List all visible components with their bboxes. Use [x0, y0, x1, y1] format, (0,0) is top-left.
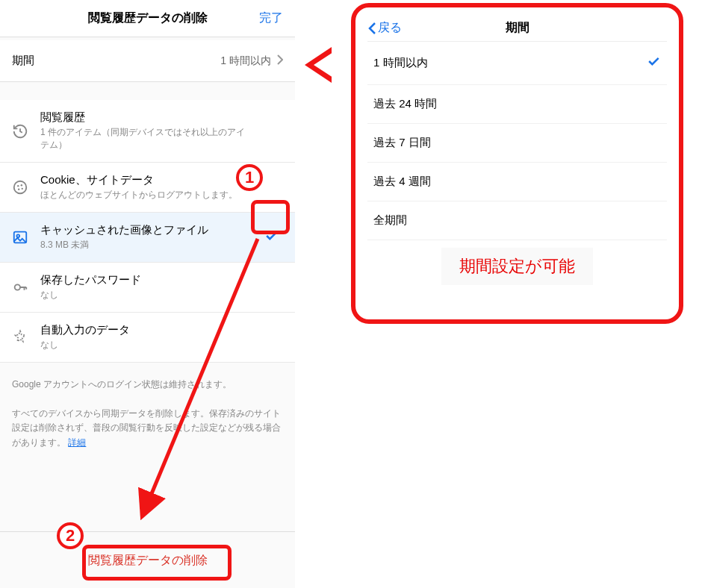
period-header: 戻る 期間: [367, 15, 667, 42]
item-title: Cookie、サイトデータ: [40, 173, 252, 187]
callout-pointer-fill: [314, 52, 333, 78]
check-icon: [646, 54, 661, 72]
back-button[interactable]: 戻る: [367, 20, 402, 36]
item-passwords[interactable]: 保存したパスワード なし: [0, 263, 295, 313]
done-button[interactable]: 完了: [259, 10, 283, 26]
svg-point-4: [22, 188, 23, 190]
svg-point-2: [21, 184, 22, 186]
footer-note-2: すべてのデバイスから同期データを削除します。保存済みのサイト設定は削除されず、普…: [0, 407, 295, 450]
annotation-box-1: [251, 200, 290, 234]
option-7days[interactable]: 過去 7 日間: [367, 124, 667, 163]
item-sub: なし: [40, 289, 252, 301]
detail-link[interactable]: 詳細: [68, 437, 86, 448]
period-label: 期間: [12, 54, 34, 68]
option-24hours[interactable]: 過去 24 時間: [367, 85, 667, 124]
option-label: 全期間: [373, 213, 407, 228]
annotation-badge-1: 1: [236, 164, 263, 191]
item-title: 閲覧履歴: [40, 110, 252, 125]
svg-point-1: [17, 185, 19, 187]
period-callout-panel: 戻る 期間 1 時間以内 過去 24 時間 過去 7 日間 過去 4 週間 全期…: [351, 3, 683, 324]
option-label: 過去 7 日間: [373, 136, 431, 150]
annotation-box-2: [82, 545, 232, 581]
cookie-icon: [12, 179, 28, 196]
option-label: 過去 24 時間: [373, 97, 437, 111]
autofill-icon: [12, 329, 28, 345]
header-title: 閲覧履歴データの削除: [88, 10, 208, 26]
svg-point-7: [15, 284, 20, 290]
item-sub: 1 件のアイテム（同期デバイスではそれ以上のアイテム）: [40, 126, 252, 151]
modal-header: 閲覧履歴データの削除 完了: [0, 0, 295, 37]
image-icon: [12, 229, 28, 245]
clear-data-screen: 閲覧履歴データの削除 完了 期間 1 時間以内 閲覧履歴 1 件のアイテム（同期…: [0, 0, 295, 588]
item-browsing-history[interactable]: 閲覧履歴 1 件のアイテム（同期デバイスではそれ以上のアイテム）: [0, 100, 295, 163]
history-icon: [12, 123, 28, 140]
item-title: 自動入力のデータ: [40, 323, 252, 337]
item-title: 保存したパスワード: [40, 273, 252, 287]
footer-note-1: Google アカウントへのログイン状態は維持されます。: [0, 378, 295, 392]
period-value-wrap: 1 時間以内: [220, 54, 283, 68]
callout-caption-wrap: 期間設定が可能: [367, 248, 667, 285]
option-label: 1 時間以内: [373, 56, 428, 70]
back-label: 戻る: [378, 20, 402, 36]
option-4weeks[interactable]: 過去 4 週間: [367, 163, 667, 201]
item-autofill[interactable]: 自動入力のデータ なし: [0, 313, 295, 363]
svg-point-0: [14, 181, 27, 194]
chevron-right-icon: [277, 54, 283, 67]
item-title: キャッシュされた画像とファイル: [40, 223, 252, 237]
period-title: 期間: [367, 20, 667, 36]
option-label: 過去 4 週間: [373, 175, 431, 189]
svg-point-3: [18, 189, 19, 190]
option-1hour[interactable]: 1 時間以内: [367, 42, 667, 85]
svg-point-6: [16, 234, 19, 237]
period-value: 1 時間以内: [220, 54, 271, 68]
annotation-badge-2: 2: [57, 522, 84, 549]
chevron-left-icon: [367, 22, 376, 35]
period-row[interactable]: 期間 1 時間以内: [0, 40, 295, 82]
item-sub: ほとんどのウェブサイトからログアウトします。: [40, 189, 252, 201]
key-icon: [12, 279, 28, 295]
callout-caption: 期間設定が可能: [441, 248, 593, 285]
item-sub: なし: [40, 339, 252, 351]
option-alltime[interactable]: 全期間: [367, 201, 667, 240]
item-sub: 8.3 MB 未満: [40, 239, 252, 251]
